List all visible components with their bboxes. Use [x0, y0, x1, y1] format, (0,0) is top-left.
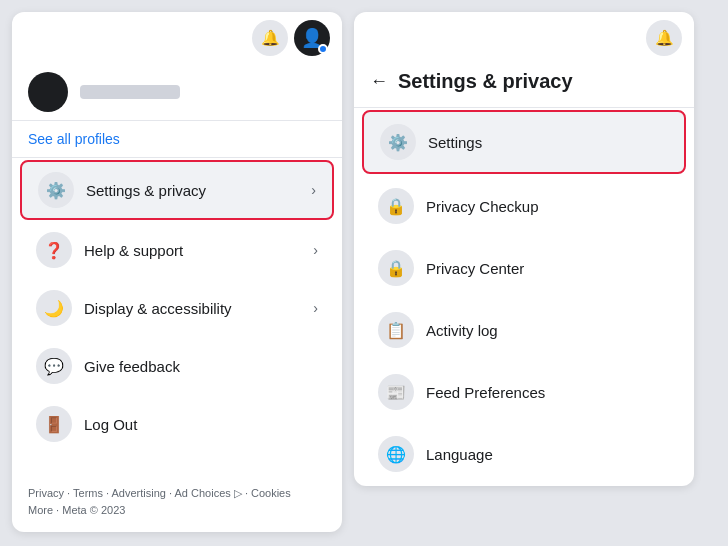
activity-log-label: Activity log	[426, 322, 498, 339]
user-avatar	[28, 72, 68, 112]
user-name	[80, 85, 180, 99]
log-out-label: Log Out	[84, 416, 318, 433]
help-support-icon: ❓	[36, 232, 72, 268]
right-panel: 🔔 ← Settings & privacy ⚙️ Settings 🔒 Pri…	[354, 12, 694, 486]
privacy-center-icon: 🔒	[378, 250, 414, 286]
settings-label: Settings	[428, 134, 482, 151]
menu-item-display-accessibility[interactable]: 🌙 Display & accessibility ›	[20, 280, 334, 336]
help-support-label: Help & support	[84, 242, 301, 259]
right-menu-item-privacy-center[interactable]: 🔒 Privacy Center	[362, 238, 686, 298]
right-menu-item-privacy-checkup[interactable]: 🔒 Privacy Checkup	[362, 176, 686, 236]
notification-bell-right[interactable]: 🔔	[646, 20, 682, 56]
display-accessibility-icon: 🌙	[36, 290, 72, 326]
user-avatar-top-left[interactable]: 👤	[294, 20, 330, 56]
privacy-checkup-label: Privacy Checkup	[426, 198, 539, 215]
feed-preferences-icon: 📰	[378, 374, 414, 410]
language-label: Language	[426, 446, 493, 463]
right-menu-item-language[interactable]: 🌐 Language	[362, 424, 686, 484]
chevron-icon: ›	[313, 242, 318, 258]
feed-preferences-label: Feed Preferences	[426, 384, 545, 401]
left-panel: 🔔 👤 See all profiles ⚙️ Settings & priva…	[12, 12, 342, 532]
back-button[interactable]: ←	[370, 71, 388, 92]
chevron-icon: ›	[313, 300, 318, 316]
language-icon: 🌐	[378, 436, 414, 472]
right-menu-item-settings[interactable]: ⚙️ Settings	[362, 110, 686, 174]
privacy-checkup-icon: 🔒	[378, 188, 414, 224]
see-all-profiles-link[interactable]: See all profiles	[12, 121, 342, 158]
privacy-center-label: Privacy Center	[426, 260, 524, 277]
settings-icon: ⚙️	[380, 124, 416, 160]
log-out-icon: 🚪	[36, 406, 72, 442]
settings-privacy-icon: ⚙️	[38, 172, 74, 208]
menu-item-help-support[interactable]: ❓ Help & support ›	[20, 222, 334, 278]
menu-item-give-feedback[interactable]: 💬 Give feedback	[20, 338, 334, 394]
footer: Privacy · Terms · Advertising · Ad Choic…	[12, 473, 342, 532]
right-panel-header: ← Settings & privacy	[354, 56, 694, 108]
right-menu-item-feed-preferences[interactable]: 📰 Feed Preferences	[362, 362, 686, 422]
left-top-icons-row: 🔔 👤	[12, 12, 342, 56]
user-profile-row	[12, 56, 342, 121]
settings-privacy-label: Settings & privacy	[86, 182, 299, 199]
right-panel-title: Settings & privacy	[398, 70, 573, 93]
footer-links: Privacy · Terms · Advertising · Ad Choic…	[28, 487, 291, 499]
give-feedback-label: Give feedback	[84, 358, 318, 375]
menu-item-log-out[interactable]: 🚪 Log Out	[20, 396, 334, 452]
footer-more: More · Meta © 2023	[28, 504, 125, 516]
right-top-icons-row: 🔔	[354, 12, 694, 56]
menu-item-settings-privacy[interactable]: ⚙️ Settings & privacy ›	[20, 160, 334, 220]
left-menu: ⚙️ Settings & privacy › ❓ Help & support…	[12, 160, 342, 452]
notification-bell-left[interactable]: 🔔	[252, 20, 288, 56]
right-menu: ⚙️ Settings 🔒 Privacy Checkup 🔒 Privacy …	[354, 110, 694, 484]
display-accessibility-label: Display & accessibility	[84, 300, 301, 317]
right-menu-item-activity-log[interactable]: 📋 Activity log	[362, 300, 686, 360]
give-feedback-icon: 💬	[36, 348, 72, 384]
chevron-icon: ›	[311, 182, 316, 198]
activity-log-icon: 📋	[378, 312, 414, 348]
